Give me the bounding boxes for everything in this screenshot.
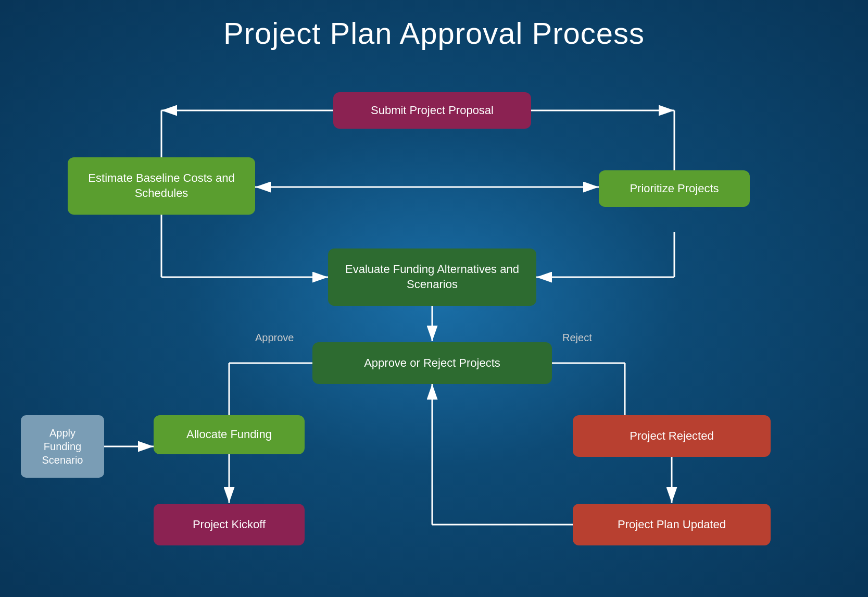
page-title: Project Plan Approval Process [0, 0, 868, 61]
node-project-kickoff: Project Kickoff [154, 504, 305, 545]
node-project-rejected: Project Rejected [573, 415, 771, 457]
node-approve-reject-projects: Approve or Reject Projects [312, 342, 552, 384]
label-approve: Approve [255, 332, 294, 344]
node-submit-proposal: Submit Project Proposal [333, 92, 531, 129]
node-allocate-funding: Allocate Funding [154, 415, 305, 454]
node-prioritize-projects: Prioritize Projects [599, 170, 750, 207]
node-plan-updated: Project Plan Updated [573, 504, 771, 545]
node-apply-funding: Apply Funding Scenario [21, 415, 104, 478]
node-estimate-baseline: Estimate Baseline Costs and Schedules [68, 157, 255, 215]
node-evaluate-funding: Evaluate Funding Alternatives and Scenar… [328, 248, 536, 306]
diagram-area: Submit Project Proposal Estimate Baselin… [0, 61, 868, 595]
label-reject: Reject [562, 332, 592, 344]
